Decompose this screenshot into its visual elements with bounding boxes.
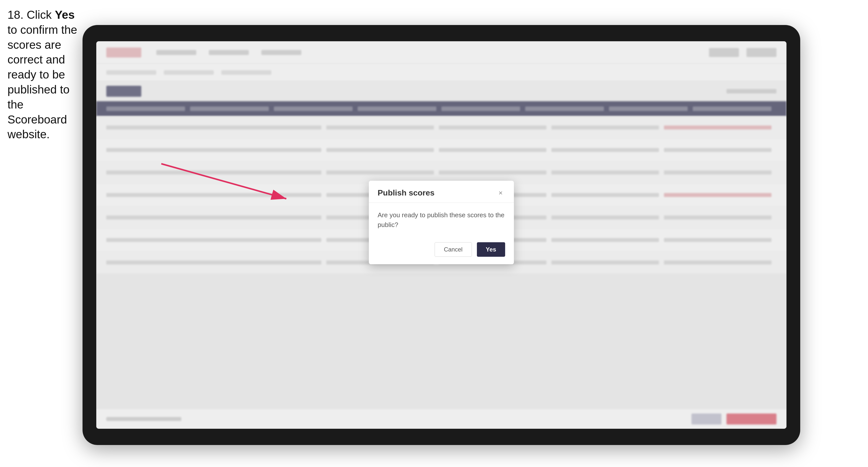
yes-button[interactable]: Yes (477, 242, 505, 257)
modal-title: Publish scores (378, 188, 435, 197)
publish-scores-dialog: Publish scores × Are you ready to publis… (369, 181, 514, 264)
tablet-screen: Publish scores × Are you ready to publis… (96, 41, 786, 429)
tablet-frame: Publish scores × Are you ready to publis… (83, 25, 800, 445)
step-number: 18. (7, 8, 24, 21)
instruction-pre: Click (24, 8, 55, 21)
modal-body-text: Are you ready to publish these scores to… (378, 210, 505, 230)
modal-overlay: Publish scores × Are you ready to publis… (96, 41, 786, 429)
modal-body: Are you ready to publish these scores to… (369, 203, 514, 237)
modal-header: Publish scores × (369, 181, 514, 203)
modal-footer: Cancel Yes (369, 237, 514, 264)
instruction-post: to confirm the scores are correct and re… (7, 23, 77, 141)
cancel-button[interactable]: Cancel (435, 242, 472, 257)
modal-close-button[interactable]: × (496, 188, 505, 197)
instruction-text: 18. Click Yes to confirm the scores are … (7, 7, 80, 142)
instruction-bold: Yes (55, 8, 74, 21)
